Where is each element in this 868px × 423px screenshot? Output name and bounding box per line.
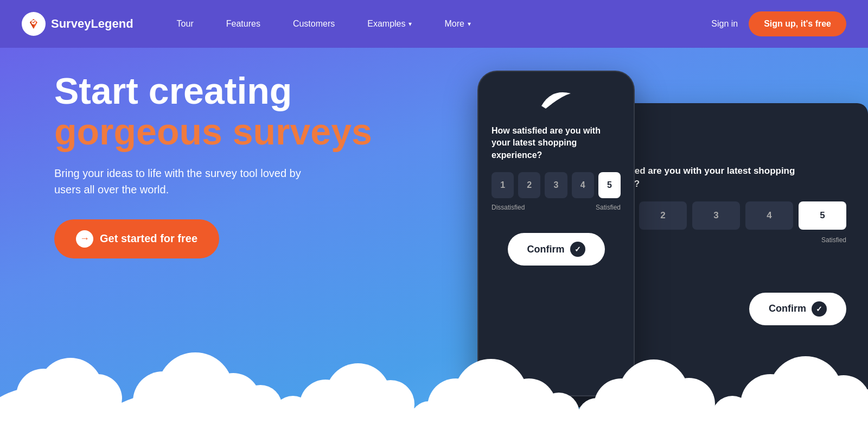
confirm-button-front[interactable]: Confirm ✓ [508,233,605,266]
rating-3-back[interactable]: 3 [692,201,740,230]
brand-name: SurveyLegend [51,17,133,31]
confirm-check-icon-front: ✓ [570,242,585,257]
nav-more[interactable]: More ▾ [428,0,487,48]
rating-row-front: 1 2 3 4 5 [492,172,621,198]
cta-arrow-icon: → [76,230,93,248]
label-satisfied-front: Satisfied [596,204,621,211]
confirm-check-icon-back: ✓ [812,301,827,317]
rating-1-front[interactable]: 1 [492,172,514,198]
rating-3-front[interactable]: 3 [545,172,567,198]
label-satisfied-back: Satisfied [821,236,846,244]
more-chevron-icon: ▾ [468,20,471,28]
logo-icon [22,12,46,36]
cta-label: Get started for free [100,232,197,245]
rating-5-front[interactable]: 5 [598,172,621,198]
nav-tour[interactable]: Tour [161,0,210,48]
survey-question-front: How satisfied are you with your latest s… [492,125,621,161]
hero-subtitle: Bring your ideas to life with the survey… [54,165,326,198]
navbar: SurveyLegend Tour Features Customers Exa… [0,0,868,48]
cta-button[interactable]: → Get started for free [54,219,219,258]
nav-right: Sign in Sign up, it's free [711,11,846,36]
label-dissatisfied-front: Dissatisfied [492,204,525,211]
clouds-svg [0,325,868,423]
rating-4-front[interactable]: 4 [572,172,594,198]
rating-labels-front: Dissatisfied Satisfied [492,204,621,211]
confirm-label-front: Confirm [527,244,565,255]
nike-logo-front [492,88,621,114]
examples-chevron-icon: ▾ [409,20,412,28]
signin-link[interactable]: Sign in [711,19,738,29]
hero-content: Start creating gorgeous surveys Bring yo… [54,71,423,258]
rating-5-back[interactable]: 5 [799,201,846,230]
hero-title-line2: gorgeous surveys [54,111,423,152]
confirm-button-back[interactable]: Confirm ✓ [749,293,846,325]
confirm-label-back: Confirm [769,303,806,314]
rating-2-front[interactable]: 2 [518,172,540,198]
nav-features[interactable]: Features [210,0,277,48]
hero-title-line1: Start creating [54,71,423,111]
nav-examples[interactable]: Examples ▾ [351,0,428,48]
rating-2-back[interactable]: 2 [639,201,687,230]
logo-area[interactable]: SurveyLegend [22,12,133,36]
rating-4-back[interactable]: 4 [745,201,793,230]
nav-links: Tour Features Customers Examples ▾ More … [161,0,712,48]
nav-customers[interactable]: Customers [277,0,351,48]
clouds-container [0,325,868,423]
svg-rect-33 [0,409,868,423]
signup-button[interactable]: Sign up, it's free [749,11,846,36]
